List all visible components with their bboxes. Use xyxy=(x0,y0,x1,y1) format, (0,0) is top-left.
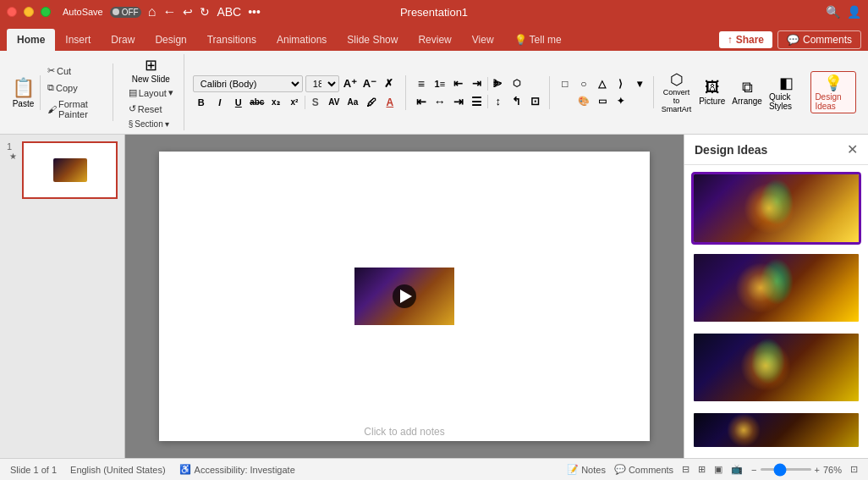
align-text-button[interactable]: ⊡ xyxy=(527,94,544,109)
tab-slideshow[interactable]: Slide Show xyxy=(337,29,408,51)
font-size-decrease-button[interactable]: A⁻ xyxy=(361,76,378,91)
minimize-window-btn[interactable] xyxy=(24,7,34,17)
comments-button[interactable]: 💬 Comments xyxy=(777,30,861,49)
increase-indent-button[interactable]: ⇥ xyxy=(469,76,486,91)
decrease-indent-button[interactable]: ⇤ xyxy=(450,76,467,91)
profile-icon[interactable]: 👤 xyxy=(847,5,861,19)
section-button[interactable]: § Section ▾ xyxy=(125,118,177,130)
tab-insert[interactable]: Insert xyxy=(55,29,101,51)
smartart-convert-button[interactable]: ⬡ xyxy=(508,76,525,91)
align-center-button[interactable]: ↔ xyxy=(431,94,448,109)
play-button[interactable] xyxy=(393,284,416,308)
home-icon[interactable]: ⌂ xyxy=(148,4,157,19)
align-right-button[interactable]: ⇥ xyxy=(450,94,467,109)
zoom-out-button[interactable]: − xyxy=(751,465,756,475)
italic-button[interactable]: I xyxy=(212,95,228,110)
zoom-in-button[interactable]: + xyxy=(815,465,820,475)
font-size-select[interactable]: 18 xyxy=(305,75,339,92)
design-ideas-button[interactable]: 💡 Design Ideas xyxy=(810,71,856,113)
bold-button[interactable]: B xyxy=(193,95,210,110)
zoom-slider[interactable] xyxy=(761,468,811,471)
shape-outline-button[interactable]: ▭ xyxy=(594,93,611,108)
picture-button[interactable]: 🖼 Picture xyxy=(699,79,725,106)
video-element[interactable] xyxy=(354,268,454,325)
font-family-select[interactable]: Calibri (Body) xyxy=(193,75,303,92)
subscript-button[interactable]: x₂ xyxy=(267,95,284,110)
autosave-toggle[interactable]: OFF xyxy=(110,7,141,18)
spellcheck-icon[interactable]: ABC xyxy=(217,5,241,19)
design-idea-2[interactable] xyxy=(691,251,861,324)
strikethrough-button[interactable]: abc xyxy=(249,95,266,110)
design-idea-3[interactable] xyxy=(691,331,861,404)
bullets-button[interactable]: ≡ xyxy=(413,76,430,91)
shape-effects-button[interactable]: ✦ xyxy=(613,93,629,108)
notes-placeholder[interactable]: Click to add notes xyxy=(364,426,444,438)
more-icon[interactable]: ••• xyxy=(248,5,261,19)
tab-home[interactable]: Home xyxy=(7,29,55,51)
cut-button[interactable]: ✂ Cut xyxy=(44,63,106,78)
shape1-button[interactable]: □ xyxy=(557,76,574,91)
shape2-button[interactable]: ○ xyxy=(575,76,592,91)
superscript-button[interactable]: x² xyxy=(286,95,303,110)
tab-design[interactable]: Design xyxy=(145,29,196,51)
text-direction-button[interactable]: ↰ xyxy=(508,94,525,109)
comments-status-button[interactable]: 💬 Comments xyxy=(614,464,673,475)
justify-button[interactable]: ☰ xyxy=(469,94,486,109)
reading-view-icon[interactable]: ▣ xyxy=(714,464,722,475)
font-size-increase-button[interactable]: A⁺ xyxy=(342,76,359,91)
clear-format-button[interactable]: ✗ xyxy=(381,76,398,91)
grid-view-icon[interactable]: ⊞ xyxy=(698,464,706,475)
search-icon[interactable]: 🔍 xyxy=(826,5,840,19)
undo-icon[interactable]: ↩ xyxy=(183,5,193,19)
line-spacing-button[interactable]: ↕ xyxy=(490,94,507,109)
text-shadow-button[interactable]: S xyxy=(307,95,324,110)
design-idea-4[interactable] xyxy=(691,411,861,450)
shape4-button[interactable]: ⟩ xyxy=(613,76,629,91)
format-painter-button[interactable]: 🖌 Format Painter xyxy=(44,97,106,121)
highlight-button[interactable]: 🖊 xyxy=(363,95,380,110)
char-spacing-button[interactable]: AV xyxy=(326,95,343,110)
accessibility-btn[interactable]: ♿ Accessibility: Investigate xyxy=(179,464,295,475)
paste-button[interactable]: 📋 Paste xyxy=(7,75,41,110)
zoom-level[interactable]: 76% xyxy=(823,465,842,475)
slide-1-thumbnail[interactable] xyxy=(22,141,118,199)
arrange-dropdown-button[interactable]: ▾ xyxy=(631,76,648,91)
presenter-view-icon[interactable]: 📺 xyxy=(731,464,743,475)
new-slide-button[interactable]: ⊞ New Slide xyxy=(129,54,173,86)
tab-draw[interactable]: Draw xyxy=(101,29,145,51)
maximize-window-btn[interactable] xyxy=(41,7,51,17)
fit-to-window-icon[interactable]: ⊡ xyxy=(850,464,858,475)
numbering-button[interactable]: 1≡ xyxy=(431,76,448,91)
tab-view[interactable]: View xyxy=(462,29,504,51)
normal-view-icon[interactable]: ⊟ xyxy=(682,464,689,475)
tab-review[interactable]: Review xyxy=(408,29,461,51)
tab-transitions[interactable]: Transitions xyxy=(197,29,266,51)
slides-panel: 1 ★ xyxy=(0,135,125,458)
idea-thumb-4 xyxy=(694,413,859,447)
tab-tellme[interactable]: 💡 Tell me xyxy=(504,29,572,51)
back-icon[interactable]: ← xyxy=(162,4,176,19)
copy-button[interactable]: ⧉ Copy xyxy=(44,80,106,95)
close-window-btn[interactable] xyxy=(7,7,17,17)
font-group: Calibri (Body) 18 A⁺ A⁻ ✗ B I U abc x₂ x… xyxy=(186,75,406,110)
design-idea-1[interactable] xyxy=(691,172,861,245)
notes-button[interactable]: 📝 Notes xyxy=(567,464,606,475)
reset-button[interactable]: ↺ Reset xyxy=(125,102,177,116)
arrange-button[interactable]: ⧉ Arrange xyxy=(732,79,762,106)
tab-animations[interactable]: Animations xyxy=(266,29,337,51)
slide-sub-btns: ▤ Layout ▾ ↺ Reset § Section ▾ xyxy=(125,86,177,130)
align-left-button[interactable]: ⇤ xyxy=(413,94,430,109)
shape-fill-button[interactable]: 🎨 xyxy=(575,93,592,108)
design-ideas-close-button[interactable]: ✕ xyxy=(847,141,858,157)
font-color-button[interactable]: A xyxy=(382,95,398,110)
quick-styles-button[interactable]: ◧ Quick Styles xyxy=(769,74,805,111)
slide-canvas[interactable]: Click to add notes xyxy=(159,152,650,441)
share-button[interactable]: ↑ Share xyxy=(719,31,772,48)
text-case-button[interactable]: Aa xyxy=(344,95,361,110)
shape3-button[interactable]: △ xyxy=(594,76,611,91)
columns-button[interactable]: ⫸ xyxy=(490,76,507,91)
underline-button[interactable]: U xyxy=(230,95,247,110)
convert-smartart-button[interactable]: ⬡ Convert to SmartArt xyxy=(661,70,692,114)
redo-icon[interactable]: ↻ xyxy=(200,5,210,19)
layout-button[interactable]: ▤ Layout ▾ xyxy=(125,86,177,100)
